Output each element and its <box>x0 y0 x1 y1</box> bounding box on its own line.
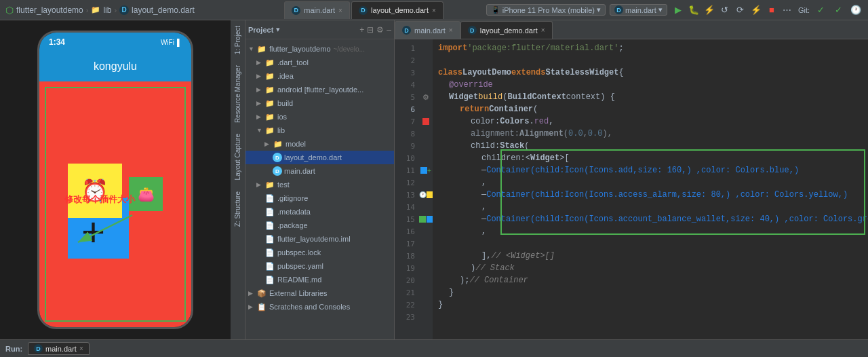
folder-icon-breadcrumb: 📁 <box>91 5 100 14</box>
tree-arrow-empty5 <box>256 222 264 229</box>
gutter-15[interactable] <box>419 213 433 225</box>
tab-main-close[interactable]: × <box>338 7 342 14</box>
type-buildcontext: BuildContext <box>507 91 566 103</box>
kw-import: import <box>438 42 467 54</box>
panel-collapse-icon[interactable]: ⊟ <box>367 25 374 35</box>
editor-tab-layout-close[interactable]: × <box>541 26 545 34</box>
device-selector[interactable]: 📱 iPhone 11 Pro Max (mobile) ▾ <box>486 4 606 16</box>
folder-icon-dart-tool: 📁 <box>264 57 275 68</box>
reload2-button[interactable]: ⟳ <box>734 3 747 17</box>
tree-gitignore-label: .gitignore <box>277 194 308 202</box>
gutter-11[interactable]: + <box>419 164 433 176</box>
tree-root[interactable]: ▼ 📁 flutter_layoutdemo ~/develo... <box>245 42 394 56</box>
reload-button[interactable]: ↺ <box>718 3 732 17</box>
run-tab-main[interactable]: D main.dart × <box>28 342 90 355</box>
tree-metadata-label: .metadata <box>277 208 311 216</box>
breadcrumb-lib[interactable]: lib <box>103 5 111 15</box>
tree-ios[interactable]: ▶ 📁 ios <box>245 110 394 124</box>
tree-scratches[interactable]: ▶ 📋 Scratches and Consoles <box>245 300 394 314</box>
panel-close-icon[interactable]: – <box>387 25 391 35</box>
tab-main-dart[interactable]: D main.dart × <box>284 1 350 19</box>
brace-close-21: } <box>449 286 454 299</box>
profile-button[interactable]: ⚡ <box>703 3 716 17</box>
code-line-23 <box>438 311 863 323</box>
side-tab-layout[interactable]: Layout Capture <box>232 128 243 185</box>
tree-model[interactable]: ▶ 📁 model <box>245 137 394 151</box>
folder-icon-test: 📁 <box>264 179 275 190</box>
tree-pubspec-yaml[interactable]: 📄 pubspec.yaml <box>245 259 394 273</box>
line-num-18: 18 <box>395 250 419 262</box>
param-color: color: <box>471 115 500 128</box>
breadcrumb-project[interactable]: flutter_layoutdemo <box>16 5 83 15</box>
paren-close-8: ), <box>602 128 612 140</box>
tree-build[interactable]: ▶ 📁 build <box>245 96 394 110</box>
tree-package[interactable]: 📄 .package <box>245 219 394 232</box>
gutter-21 <box>419 286 433 299</box>
folder-icon-build: 📁 <box>264 98 275 109</box>
tree-lib[interactable]: ▼ 📁 lib <box>245 124 394 137</box>
line-num-2: 2 <box>395 54 419 67</box>
tab-layout-dart[interactable]: D layout_demo.dart × <box>351 1 443 19</box>
tab-layout-close[interactable]: × <box>432 7 436 14</box>
file-tree: ▼ 📁 flutter_layoutdemo ~/develo... ▶ 📁 .… <box>245 39 394 339</box>
gutter-5[interactable]: ⚙ <box>419 91 433 103</box>
gutter-17 <box>419 238 433 250</box>
side-tab-structure[interactable]: Z: Structure <box>232 186 243 232</box>
panel-gear-icon[interactable]: ⚙ <box>376 25 384 35</box>
more-button[interactable]: ⋯ <box>781 3 794 17</box>
tree-metadata[interactable]: 📄 .metadata <box>245 205 394 219</box>
editor-tab-layout[interactable]: D layout_demo.dart × <box>460 21 553 39</box>
tree-pubspec-lock[interactable]: 📄 pubspec.lock <box>245 246 394 259</box>
code-line-21: } <box>438 286 863 299</box>
gutter-blue-square2 <box>427 216 433 223</box>
tree-layout-dart[interactable]: D layout_demo.dart <box>245 151 394 164</box>
breadcrumb-file[interactable]: layout_demo.dart <box>132 5 195 15</box>
panel-dropdown-icon[interactable]: ▾ <box>276 25 280 34</box>
dart-icon-main: D <box>273 166 282 176</box>
gutter-13[interactable]: 🕐 <box>419 189 433 201</box>
tree-android[interactable]: ▶ 📁 android [flutter_layoutde... <box>245 83 394 96</box>
gutter-16 <box>419 225 433 238</box>
folder-icon-ios: 📁 <box>264 111 275 122</box>
dart-icon-tab1: D <box>292 6 300 15</box>
tree-dart-tool[interactable]: ▶ 📁 .dart_tool <box>245 56 394 69</box>
code-line-15: — Container(child:Icon(Icons.account_bal… <box>438 213 863 225</box>
code-line-3: class LayoutDemo extends StatelessWidget… <box>438 67 863 79</box>
param-children: children: <box>481 152 526 164</box>
run-button[interactable]: ▶ <box>671 3 685 17</box>
code-lines[interactable]: import 'package:flutter/material.dart' ;… <box>433 39 868 326</box>
tree-gitignore[interactable]: 📄 .gitignore <box>245 191 394 205</box>
side-tab-project[interactable]: 1: Project <box>232 20 243 60</box>
comma-16: , <box>481 225 486 238</box>
type-widget: Widget <box>449 91 478 103</box>
run-tab-close[interactable]: × <box>79 345 83 352</box>
gutter-plus-icon: + <box>427 167 431 174</box>
code-content[interactable]: import 'package:flutter/material.dart' ;… <box>433 39 868 339</box>
run-config-selector[interactable]: D main.dart ▾ <box>610 4 667 16</box>
chevron-right-icon3: ▶ <box>256 86 264 93</box>
gutter-18 <box>419 250 433 262</box>
tree-arrow-empty9 <box>256 276 264 283</box>
bottom-bar: Run: D main.dart × <box>0 339 868 357</box>
tree-test[interactable]: ▶ 📁 test <box>245 178 394 191</box>
editor-tab-main[interactable]: D main.dart × <box>395 21 460 39</box>
gutter-7[interactable] <box>419 115 433 128</box>
phone-icon: 📱 <box>491 5 500 14</box>
debug-button[interactable]: 🐛 <box>687 3 701 17</box>
side-tab-resource[interactable]: Resource Manager <box>232 60 243 128</box>
lightning-button[interactable]: ⚡ <box>749 3 763 17</box>
editor-tab-bar: D main.dart × D layout_demo.dart × <box>245 1 481 19</box>
gutter-bookmark-icon[interactable]: ⚙ <box>422 93 429 102</box>
folder-icon-lib: 📁 <box>264 125 275 136</box>
tree-main-dart[interactable]: D main.dart <box>245 164 394 178</box>
tree-external-libs[interactable]: ▶ 📦 External Libraries <box>245 286 394 300</box>
panel-title: Project <box>248 26 273 34</box>
tree-iml[interactable]: 📄 flutter_layoutdemo.iml <box>245 232 394 246</box>
stop-button[interactable]: ■ <box>765 3 778 17</box>
tree-readme[interactable]: 📄 README.md <box>245 273 394 286</box>
panel-add-icon[interactable]: + <box>359 25 364 35</box>
tree-idea[interactable]: ▶ 📁 .idea <box>245 69 394 83</box>
editor-tab-main-close[interactable]: × <box>449 26 453 34</box>
chevron-right-icon2: ▶ <box>256 73 264 79</box>
tree-lib-label: lib <box>277 126 285 134</box>
